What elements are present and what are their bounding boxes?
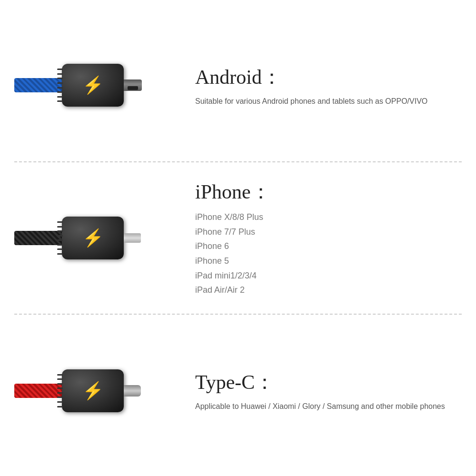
connector-ridges [57, 374, 63, 407]
ridge [57, 387, 63, 389]
android-tip [124, 79, 142, 91]
ridge [57, 401, 63, 403]
bolt-icon: ⚡ [82, 77, 104, 94]
typec-section: ⚡ Type-C： Applicable to Huawei / Xiaomi … [0, 315, 476, 466]
ridge [57, 397, 63, 398]
ridge [57, 69, 63, 70]
ridge [57, 91, 63, 93]
ridge [57, 221, 63, 223]
android-section: ⚡ Android： Suitable for various Android … [0, 10, 476, 161]
android-cable: ⚡ [14, 54, 176, 116]
typec-info: Type-C： Applicable to Huawei / Xiaomi / … [176, 369, 462, 413]
iphone-cable: ⚡ [14, 207, 176, 269]
compat-iphone-7: iPhone 7/7 Plus [195, 225, 462, 239]
iphone-info: iPhone： iPhone X/8/8 Plus iPhone 7/7 Plu… [176, 178, 462, 298]
android-connector-body: ⚡ [62, 64, 124, 107]
compat-iphone-5: iPhone 5 [195, 254, 462, 268]
ridge [57, 82, 63, 84]
compat-iphone-6: iPhone 6 [195, 239, 462, 254]
connector-ridges [57, 221, 63, 255]
typec-tip [124, 385, 141, 397]
ridge [57, 87, 63, 89]
android-tip-notch [128, 86, 138, 90]
iphone-title: iPhone： [195, 178, 462, 205]
ridge [57, 235, 63, 237]
page: ⚡ Android： Suitable for various Android … [0, 0, 476, 476]
iphone-section: ⚡ iPhone： iPhone X/8/8 Plus iPhone 7/7 P… [0, 162, 476, 314]
ridge [57, 78, 63, 79]
ridge [57, 383, 63, 385]
connector-ridges [57, 69, 63, 102]
ridge [57, 406, 63, 407]
typec-title: Type-C： [195, 369, 462, 396]
compat-ipad-air: iPad Air/Air 2 [195, 283, 462, 298]
typec-description: Applicable to Huawei / Xiaomi / Glory / … [195, 400, 462, 413]
ridge [57, 378, 63, 380]
ridge [57, 244, 63, 246]
android-info: Android： Suitable for various Android ph… [176, 64, 462, 108]
ridge [57, 73, 63, 75]
ridge [57, 96, 63, 98]
ridge [57, 239, 63, 241]
ridge [57, 374, 63, 376]
typec-cable: ⚡ [14, 360, 176, 422]
bolt-icon: ⚡ [82, 229, 104, 247]
compat-iphone-x: iPhone X/8/8 Plus [195, 210, 462, 225]
ridge [57, 230, 63, 232]
compat-ipad-mini: iPad mini1/2/3/4 [195, 268, 462, 283]
ridge [57, 392, 63, 394]
lightning-tip [124, 233, 141, 243]
bolt-icon: ⚡ [82, 382, 104, 399]
iphone-compat-list: iPhone X/8/8 Plus iPhone 7/7 Plus iPhone… [195, 210, 462, 298]
typec-connector-body: ⚡ [62, 369, 124, 412]
iphone-connector-body: ⚡ [62, 217, 124, 259]
ridge [57, 248, 63, 250]
ridge [57, 226, 63, 228]
ridge [57, 253, 63, 255]
android-description: Suitable for various Android phones and … [195, 95, 462, 108]
android-title: Android： [195, 64, 462, 90]
ridge [57, 100, 63, 102]
